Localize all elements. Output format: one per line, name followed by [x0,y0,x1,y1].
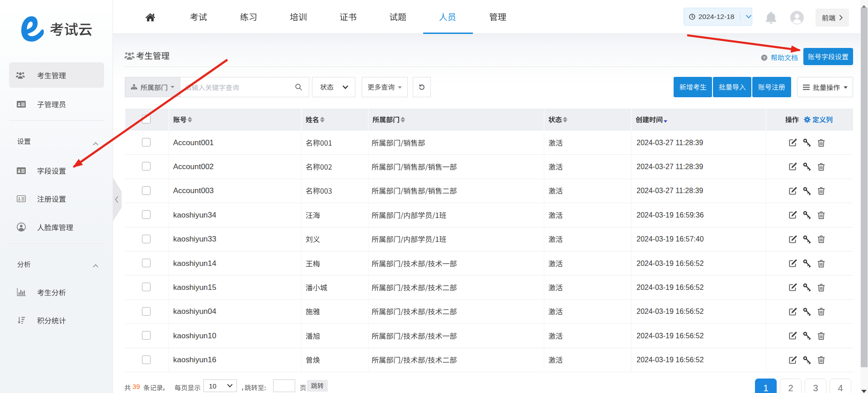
svg-text:?: ? [763,55,766,60]
